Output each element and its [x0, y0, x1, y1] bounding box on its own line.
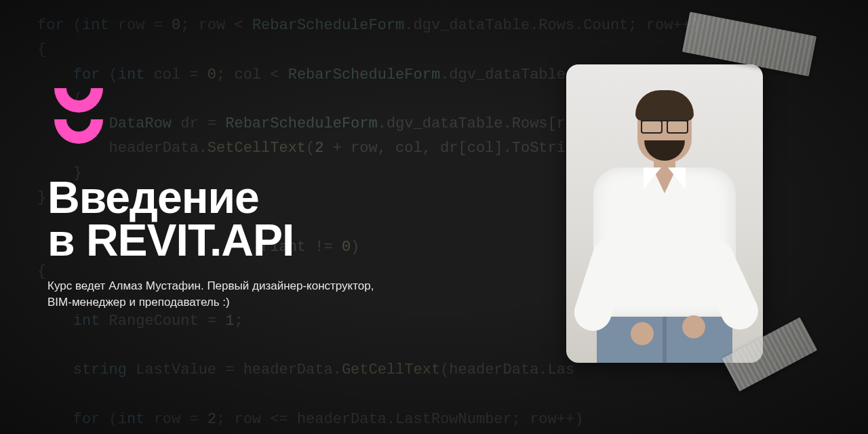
- title-line-2: в REVIT.API: [47, 219, 294, 262]
- subtitle-line-1: Курс ведет Алмаз Мустафин. Первый дизайн…: [47, 278, 374, 294]
- instructor-photo: [566, 64, 763, 363]
- course-subtitle: Курс ведет Алмаз Мустафин. Первый дизайн…: [47, 278, 374, 311]
- brand-logo: [47, 88, 108, 156]
- course-title: Введение в REVIT.API: [47, 176, 294, 261]
- subtitle-line-2: BIM-менеджер и преподаватель :): [47, 294, 374, 311]
- title-line-1: Введение: [47, 176, 294, 219]
